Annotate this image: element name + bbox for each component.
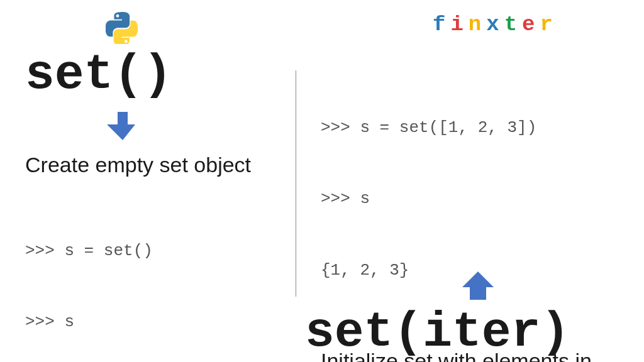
finxter-letter-t: t (504, 13, 522, 36)
finxter-letter-i: i (450, 13, 468, 36)
left-code-block: >>> s = set() >>> s set() (25, 192, 277, 363)
left-column: set() Create empty set object >>> s = se… (25, 50, 277, 362)
finxter-logo: finxter (433, 13, 558, 36)
arrow-down-icon (107, 112, 138, 140)
finxter-letter-f: f (433, 13, 450, 36)
code-line: >>> s = set([1, 2, 3]) (321, 116, 629, 140)
left-heading-code: set() (25, 50, 277, 99)
finxter-letter-x: x (486, 13, 504, 36)
left-description: Create empty set object (25, 151, 277, 178)
right-heading-code: set(iter) (305, 308, 570, 357)
code-line: >>> s = set() (25, 239, 277, 263)
finxter-letter-r: r (540, 13, 557, 36)
code-line: >>> s (321, 187, 629, 211)
column-divider (296, 70, 296, 297)
python-logo-icon (106, 11, 138, 47)
arrow-up-icon (462, 272, 494, 300)
finxter-letter-e: e (522, 13, 540, 36)
finxter-letter-n: n (469, 13, 486, 36)
code-line: >>> s (25, 310, 277, 334)
